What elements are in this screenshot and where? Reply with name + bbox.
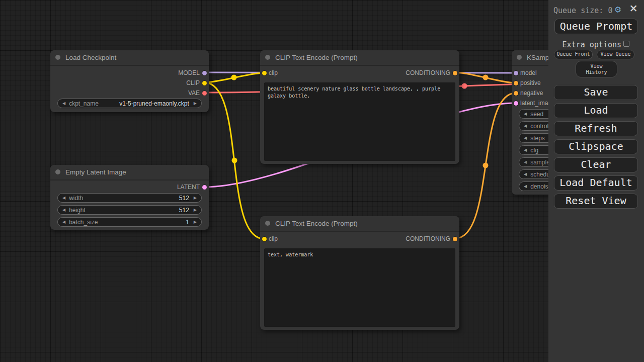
stepper-left-icon[interactable]: ◀: [524, 136, 527, 140]
widget-batch-size[interactable]: ◀ batch_size 1 ▶: [57, 217, 202, 227]
clear-button[interactable]: Clear: [554, 157, 638, 172]
queue-menu-panel: Queue size: 0 ⚙ × Queue Prompt Extra opt…: [548, 0, 644, 362]
output-clip: CLIP: [50, 79, 209, 86]
stepper-right-icon[interactable]: ▶: [194, 101, 197, 106]
queue-prompt-button[interactable]: Queue Prompt: [554, 19, 638, 34]
node-clip-text-encode-negative[interactable]: CLIP Text Encode (Prompt) clip CONDITION…: [260, 216, 459, 330]
port-dot-conditioning[interactable]: [453, 237, 457, 241]
port-dot-model[interactable]: [514, 71, 518, 75]
node-empty-latent-image[interactable]: Empty Latent Image LATENT ◀ width 512 ▶ …: [50, 165, 209, 230]
save-button[interactable]: Save: [554, 85, 638, 100]
node-title: CLIP Text Encode (Prompt): [275, 216, 358, 231]
collapse-dot[interactable]: [517, 55, 522, 60]
widget-width[interactable]: ◀ width 512 ▶: [57, 193, 202, 203]
widget-ckpt-name[interactable]: ◀ ckpt_name v1-5-pruned-emaonly.ckpt ▶: [57, 99, 202, 108]
link-dot: [462, 83, 467, 89]
stepper-left-icon[interactable]: ◀: [524, 112, 527, 116]
positive-prompt-textarea[interactable]: beautiful scenery nature glass bottle la…: [264, 82, 455, 161]
load-default-button[interactable]: Load Default: [554, 175, 638, 191]
collapse-dot[interactable]: [265, 55, 270, 60]
link-dot: [231, 75, 237, 80]
stepper-left-icon[interactable]: ◀: [62, 101, 65, 106]
queue-front-button[interactable]: Queue Front: [554, 50, 593, 59]
port-dot-conditioning[interactable]: [514, 91, 518, 96]
stepper-right-icon[interactable]: ▶: [194, 196, 197, 200]
negative-prompt-textarea[interactable]: text, watermark: [264, 248, 455, 327]
link-dot: [232, 158, 237, 163]
node-clip-text-encode-positive[interactable]: CLIP Text Encode (Prompt) clip CONDITION…: [260, 50, 459, 164]
collapse-dot[interactable]: [55, 55, 60, 60]
node-title: Empty Latent Image: [65, 165, 126, 179]
node-title: Load Checkpoint: [65, 50, 116, 65]
stepper-left-icon[interactable]: ◀: [524, 172, 527, 176]
link-dot: [483, 75, 489, 80]
stepper-left-icon[interactable]: ◀: [62, 208, 65, 212]
extra-options-checkbox[interactable]: [623, 41, 629, 47]
port-dot-clip[interactable]: [202, 81, 207, 85]
node-header[interactable]: CLIP Text Encode (Prompt): [260, 216, 459, 232]
stepper-left-icon[interactable]: ◀: [524, 184, 527, 189]
stepper-left-icon[interactable]: ◀: [524, 124, 527, 128]
port-dot-latent[interactable]: [514, 101, 518, 106]
close-icon[interactable]: ×: [629, 1, 637, 15]
port-dot-conditioning[interactable]: [453, 71, 457, 75]
view-history-button[interactable]: View History: [576, 61, 617, 77]
stepper-left-icon[interactable]: ◀: [524, 160, 527, 164]
node-header[interactable]: Empty Latent Image: [50, 165, 209, 180]
output-conditioning: CONDITIONING: [260, 69, 459, 76]
queue-size-text: Queue size: 0: [553, 6, 612, 15]
node-load-checkpoint[interactable]: Load Checkpoint MODEL CLIP VAE ◀ ckpt_na…: [50, 50, 209, 112]
widget-height[interactable]: ◀ height 512 ▶: [57, 205, 202, 215]
stepper-left-icon[interactable]: ◀: [62, 196, 65, 200]
port-dot-latent[interactable]: [202, 185, 207, 190]
output-latent: LATENT: [50, 184, 209, 191]
output-vae: VAE: [50, 89, 209, 97]
load-button[interactable]: Load: [554, 103, 638, 118]
comfyui-canvas[interactable]: Load Checkpoint MODEL CLIP VAE ◀ ckpt_na…: [0, 0, 644, 362]
clipspace-button[interactable]: Clipspace: [554, 139, 638, 154]
collapse-dot[interactable]: [55, 169, 60, 174]
stepper-left-icon[interactable]: ◀: [524, 148, 527, 152]
stepper-left-icon[interactable]: ◀: [62, 220, 65, 224]
node-header[interactable]: Load Checkpoint: [50, 50, 209, 66]
stepper-right-icon[interactable]: ▶: [194, 220, 197, 224]
collapse-dot[interactable]: [265, 221, 270, 226]
settings-gear-icon[interactable]: ⚙: [615, 4, 621, 14]
node-title: CLIP Text Encode (Prompt): [275, 50, 358, 65]
port-dot-vae[interactable]: [202, 91, 207, 96]
extra-options-label: Extra options: [553, 40, 621, 49]
output-model: MODEL: [50, 69, 209, 76]
port-dot-conditioning[interactable]: [514, 81, 518, 85]
view-queue-button[interactable]: View Queue: [597, 50, 634, 59]
refresh-button[interactable]: Refresh: [554, 121, 638, 136]
queue-size-value: 0: [608, 6, 612, 15]
node-header[interactable]: CLIP Text Encode (Prompt): [260, 50, 459, 66]
link-dot: [483, 163, 489, 168]
output-conditioning: CONDITIONING: [260, 235, 459, 242]
reset-view-button[interactable]: Reset View: [554, 194, 638, 209]
port-dot-model[interactable]: [202, 71, 207, 75]
stepper-right-icon[interactable]: ▶: [194, 208, 197, 212]
